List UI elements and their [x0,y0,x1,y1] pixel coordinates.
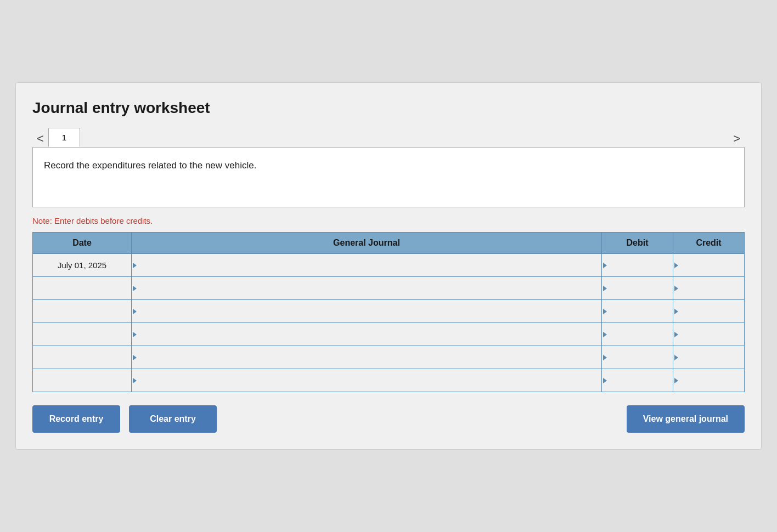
journal-cell-2[interactable] [132,300,602,323]
date-cell-1 [33,277,132,300]
debit-cell-5[interactable] [602,369,673,392]
table-row [33,369,745,392]
triangle-icon [674,355,678,360]
triangle-icon [133,263,137,268]
credit-cell-5[interactable] [673,369,745,392]
triangle-icon [133,309,137,314]
page-title: Journal entry worksheet [32,99,745,117]
debit-cell-0[interactable] [602,254,673,277]
next-arrow[interactable]: > [729,131,745,147]
debit-cell-3[interactable] [602,323,673,346]
date-cell-5 [33,369,132,392]
triangle-icon [603,378,607,383]
credit-input-0[interactable] [673,254,744,276]
date-cell-4 [33,346,132,369]
table-row [33,277,745,300]
journal-table: Date General Journal Debit Credit July 0… [32,232,745,392]
date-cell-2 [33,300,132,323]
triangle-icon [603,309,607,314]
triangle-icon [674,378,678,383]
credit-cell-0[interactable] [673,254,745,277]
triangle-icon [133,378,137,383]
credit-input-2[interactable] [673,300,744,322]
col-credit: Credit [673,233,745,254]
triangle-icon [674,286,678,291]
credit-cell-3[interactable] [673,323,745,346]
credit-cell-2[interactable] [673,300,745,323]
journal-cell-4[interactable] [132,346,602,369]
credit-input-5[interactable] [673,369,744,392]
debit-cell-2[interactable] [602,300,673,323]
triangle-icon [603,332,607,337]
tab-row: < 1 > [32,128,745,147]
col-debit: Debit [602,233,673,254]
credit-input-4[interactable] [673,346,744,369]
credit-cell-4[interactable] [673,346,745,369]
prev-arrow[interactable]: < [32,131,48,147]
instruction-box: Record the expenditures related to the n… [32,147,745,207]
debit-input-0[interactable] [602,254,673,276]
buttons-row: Record entry Clear entry View general jo… [32,405,745,433]
journal-input-3[interactable] [132,323,601,346]
debit-input-2[interactable] [602,300,673,322]
journal-cell-5[interactable] [132,369,602,392]
debit-input-5[interactable] [602,369,673,392]
journal-input-2[interactable] [132,300,601,322]
journal-cell-3[interactable] [132,323,602,346]
worksheet-container: Journal entry worksheet < 1 > Record the… [15,82,762,450]
triangle-icon [603,263,607,268]
instruction-text: Record the expenditures related to the n… [44,160,256,171]
table-row: July 01, 2025 [33,254,745,277]
date-cell-3 [33,323,132,346]
note-text: Note: Enter debits before credits. [32,216,745,225]
triangle-icon [603,355,607,360]
record-entry-button[interactable]: Record entry [32,405,120,433]
debit-input-4[interactable] [602,346,673,369]
journal-input-1[interactable] [132,277,601,299]
triangle-icon [674,332,678,337]
date-cell-0: July 01, 2025 [33,254,132,277]
triangle-icon [603,286,607,291]
table-row [33,300,745,323]
triangle-icon [133,355,137,360]
triangle-icon [674,309,678,314]
journal-input-0[interactable] [132,254,601,276]
debit-cell-1[interactable] [602,277,673,300]
journal-cell-0[interactable] [132,254,602,277]
table-row [33,346,745,369]
col-general-journal: General Journal [132,233,602,254]
triangle-icon [133,332,137,337]
triangle-icon [674,263,678,268]
view-general-journal-button[interactable]: View general journal [627,405,745,433]
triangle-icon [133,286,137,291]
journal-input-4[interactable] [132,346,601,369]
debit-input-3[interactable] [602,323,673,346]
journal-cell-1[interactable] [132,277,602,300]
journal-input-5[interactable] [132,369,601,392]
debit-input-1[interactable] [602,277,673,299]
clear-entry-button[interactable]: Clear entry [129,405,217,433]
debit-cell-4[interactable] [602,346,673,369]
tab-1[interactable]: 1 [48,128,80,147]
credit-cell-1[interactable] [673,277,745,300]
credit-input-3[interactable] [673,323,744,346]
col-date: Date [33,233,132,254]
credit-input-1[interactable] [673,277,744,299]
table-row [33,323,745,346]
